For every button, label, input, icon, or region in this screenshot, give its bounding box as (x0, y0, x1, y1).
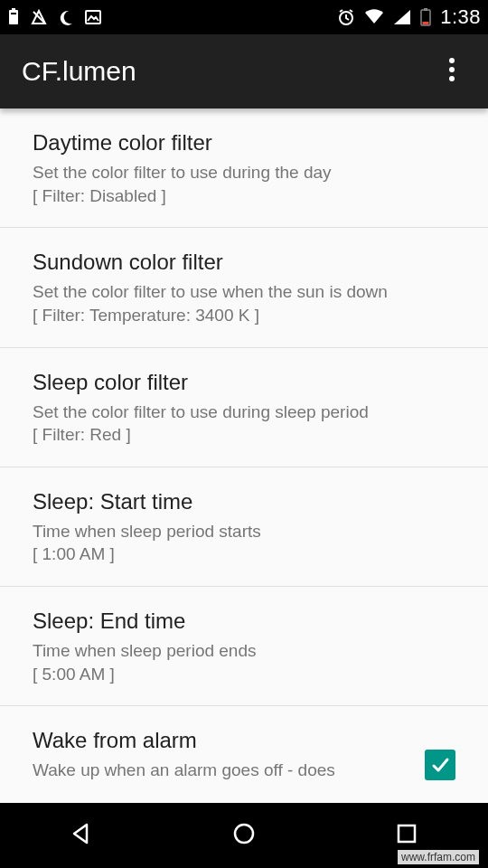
row-subtitle: Time when sleep period starts [ 1:00 AM … (33, 520, 455, 566)
row-title: Sleep: End time (33, 609, 455, 634)
status-clock: 1:38 (440, 5, 481, 29)
row-title: Sundown color filter (33, 250, 455, 275)
moon-icon (58, 9, 74, 25)
nodata-icon (31, 9, 47, 25)
row-title: Wake from alarm (33, 728, 414, 753)
row-subtitle: Set the color filter to use when the sun… (33, 280, 455, 326)
nav-back-button[interactable] (54, 817, 108, 854)
row-subtitle: Set the color filter to use during the d… (33, 161, 455, 207)
row-subtitle: Set the color filter to use during sleep… (33, 401, 455, 447)
row-title: Sleep color filter (33, 370, 455, 395)
row-title: Sleep: Start time (33, 489, 455, 514)
image-icon (85, 9, 101, 25)
wake-from-alarm-checkbox[interactable] (425, 750, 455, 780)
svg-point-11 (449, 76, 455, 81)
signal-icon (393, 9, 411, 25)
overflow-menu-button[interactable] (434, 53, 470, 90)
back-icon (69, 821, 94, 850)
row-daytime-color-filter[interactable]: Daytime color filter Set the color filte… (0, 108, 488, 228)
more-vert-icon (448, 57, 455, 86)
svg-rect-0 (9, 10, 18, 24)
settings-list: Daytime color filter Set the color filte… (0, 108, 488, 803)
nav-recent-button[interactable] (380, 817, 434, 854)
svg-rect-2 (11, 13, 16, 14)
watermark: www.frfam.com (398, 850, 479, 864)
row-subtitle: Wake up when an alarm goes off - does (33, 759, 414, 782)
svg-point-12 (235, 825, 253, 843)
row-sleep-color-filter[interactable]: Sleep color filter Set the color filter … (0, 348, 488, 467)
svg-rect-13 (399, 826, 415, 842)
row-sleep-end-time[interactable]: Sleep: End time Time when sleep period e… (0, 587, 488, 706)
app-title: CF.lumen (22, 56, 434, 87)
app-bar: CF.lumen (0, 34, 488, 108)
row-subtitle: Time when sleep period ends [ 5:00 AM ] (33, 639, 455, 685)
status-bar: 1:38 (0, 0, 488, 34)
row-wake-from-alarm[interactable]: Wake from alarm Wake up when an alarm go… (0, 706, 488, 788)
nav-home-button[interactable] (217, 817, 271, 854)
row-sleep-start-time[interactable]: Sleep: Start time Time when sleep period… (0, 467, 488, 587)
row-title: Daytime color filter (33, 130, 455, 156)
home-icon (231, 821, 257, 850)
svg-rect-1 (12, 8, 15, 11)
svg-point-9 (449, 58, 455, 63)
wifi-icon (364, 9, 384, 25)
battery-card-icon (7, 8, 20, 26)
svg-point-10 (449, 67, 455, 72)
battery-icon (420, 8, 431, 26)
svg-rect-8 (423, 22, 429, 24)
check-icon (430, 755, 450, 775)
alarm-icon (337, 8, 355, 26)
svg-rect-7 (424, 8, 427, 11)
row-sundown-color-filter[interactable]: Sundown color filter Set the color filte… (0, 228, 488, 347)
recent-icon (395, 822, 418, 849)
